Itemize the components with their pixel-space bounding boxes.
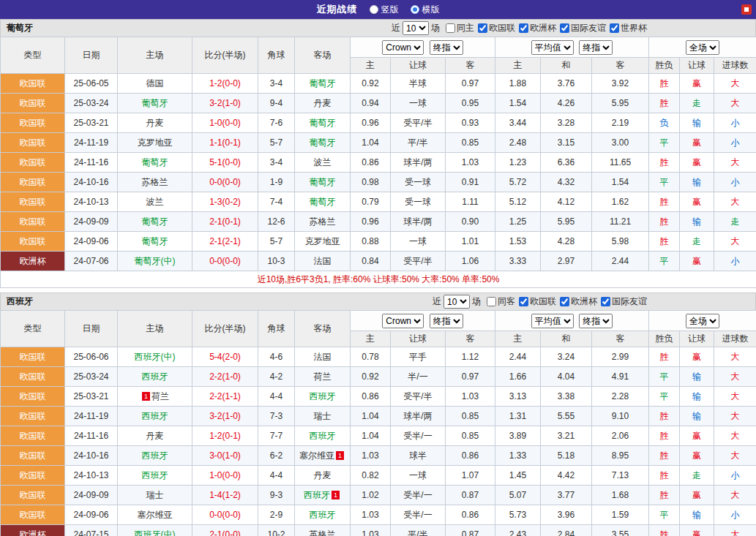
away-team[interactable]: 葡萄牙 <box>295 113 351 133</box>
away-team[interactable]: 葡萄牙 <box>295 74 351 94</box>
match-score[interactable]: 1-2(0-1) <box>192 426 258 446</box>
home-team[interactable]: 塞尔维亚 <box>118 505 192 525</box>
home-team[interactable]: 葡萄牙 <box>118 212 192 232</box>
away-team[interactable]: 荷兰 <box>295 367 351 387</box>
match-score[interactable]: 1-1(0-1) <box>192 133 258 153</box>
match-score[interactable]: 2-2(1-1) <box>192 387 258 407</box>
filter-checkbox[interactable] <box>601 297 610 306</box>
home-team[interactable]: 葡萄牙(中) <box>118 252 192 271</box>
layout-vertical-radio[interactable]: 竖版 <box>370 4 399 16</box>
home-team[interactable]: 葡萄牙 <box>118 94 192 113</box>
app-icon[interactable] <box>741 4 752 15</box>
away-team[interactable]: 英格兰 <box>295 525 351 536</box>
away-team[interactable]: 葡萄牙 <box>295 173 351 192</box>
home-team[interactable]: 瑞士 <box>118 486 192 505</box>
filter-世界杯[interactable]: 世界杯 <box>606 22 647 34</box>
filter-国际友谊[interactable]: 国际友谊 <box>597 295 647 308</box>
filter-checkbox[interactable] <box>487 297 496 306</box>
away-team[interactable]: 西班牙1 <box>295 486 351 505</box>
match-score[interactable]: 2-1(2-1) <box>192 232 258 252</box>
away-team[interactable]: 波兰 <box>295 153 351 173</box>
home-team[interactable]: 葡萄牙 <box>118 153 192 173</box>
match-score[interactable]: 3-2(1-0) <box>192 94 258 113</box>
home-team[interactable]: 1荷兰 <box>118 387 192 407</box>
filter-checkbox[interactable] <box>519 297 528 306</box>
away-team[interactable]: 克罗地亚 <box>295 232 351 252</box>
filter-国际友谊[interactable]: 国际友谊 <box>556 22 606 34</box>
home-team[interactable]: 西班牙(中) <box>118 347 192 367</box>
filter-同主[interactable]: 同主 <box>442 22 474 34</box>
home-team[interactable]: 丹麦 <box>118 426 192 446</box>
home-team[interactable]: 波兰 <box>118 192 192 212</box>
filter-checkbox[interactable] <box>610 23 619 33</box>
match-score[interactable]: 0-0(0-0) <box>192 252 258 271</box>
match-score[interactable]: 3-2(1-0) <box>192 407 258 426</box>
euro-stage-select[interactable]: 终指 <box>579 314 613 328</box>
filter-欧洲杯[interactable]: 欧洲杯 <box>515 22 556 34</box>
asian-odds: 0.86 <box>446 446 495 466</box>
away-team[interactable]: 葡萄牙 <box>295 133 351 153</box>
euro-odds-header: 平均值 终指 <box>495 311 649 331</box>
odds-stage-select[interactable]: 终指 <box>430 40 463 55</box>
away-team[interactable]: 葡萄牙 <box>295 192 351 212</box>
home-team[interactable]: 苏格兰 <box>118 173 192 192</box>
filter-欧国联[interactable]: 欧国联 <box>474 22 515 34</box>
match-score[interactable]: 1-4(1-2) <box>192 486 258 505</box>
filter-checkbox[interactable] <box>446 23 455 33</box>
match-score[interactable]: 2-1(0-1) <box>192 212 258 232</box>
filter-checkbox[interactable] <box>478 23 487 33</box>
away-team[interactable]: 瑞士 <box>295 407 351 426</box>
home-team[interactable]: 西班牙 <box>118 466 192 486</box>
scope-select[interactable]: 全场 <box>686 314 719 328</box>
match-score[interactable]: 5-4(2-0) <box>192 347 258 367</box>
away-team[interactable]: 丹麦 <box>295 94 351 113</box>
away-team[interactable]: 西班牙 <box>295 387 351 407</box>
away-team[interactable]: 西班牙 <box>295 426 351 446</box>
team-label: 波兰 <box>146 197 164 207</box>
match-score[interactable]: 0-0(0-0) <box>192 505 258 525</box>
home-team[interactable]: 葡萄牙 <box>118 232 192 252</box>
average-select[interactable]: 平均值 <box>531 314 574 328</box>
away-team[interactable]: 法国 <box>295 252 351 271</box>
away-team[interactable]: 塞尔维亚1 <box>295 446 351 466</box>
home-team[interactable]: 西班牙 <box>118 407 192 426</box>
home-team[interactable]: 西班牙(中) <box>118 525 192 536</box>
home-team[interactable]: 西班牙 <box>118 446 192 466</box>
competition-type: 欧国联 <box>1 387 65 407</box>
odds-company-select[interactable]: Crown <box>382 40 424 55</box>
filter-checkbox[interactable] <box>519 23 528 33</box>
filter-同客[interactable]: 同客 <box>483 295 515 308</box>
corner-score: 4-4 <box>258 466 295 486</box>
match-score[interactable]: 1-0(0-0) <box>192 113 258 133</box>
filter-欧洲杯[interactable]: 欧洲杯 <box>556 295 597 308</box>
odds-company-select[interactable]: Crown <box>382 314 424 328</box>
filter-checkbox[interactable] <box>560 23 569 33</box>
match-score[interactable]: 2-1(0-0) <box>192 525 258 536</box>
away-team[interactable]: 西班牙 <box>295 505 351 525</box>
home-team[interactable]: 克罗地亚 <box>118 133 192 153</box>
match-score[interactable]: 3-0(1-0) <box>192 446 258 466</box>
odds-stage-select[interactable]: 终指 <box>430 314 463 328</box>
section-portugal: 葡萄牙 近 10 场 同主欧国联欧洲杯国际友谊世界杯 类型 日期 主场 比分(半… <box>0 19 756 288</box>
away-team[interactable]: 法国 <box>295 347 351 367</box>
match-score[interactable]: 5-1(0-0) <box>192 153 258 173</box>
filter-欧国联[interactable]: 欧国联 <box>515 295 556 308</box>
home-team[interactable]: 西班牙 <box>118 367 192 387</box>
result: 胜 <box>649 407 680 426</box>
recent-count-select[interactable]: 10 <box>403 21 429 35</box>
away-team[interactable]: 苏格兰 <box>295 212 351 232</box>
home-team[interactable]: 德国 <box>118 74 192 94</box>
match-score[interactable]: 1-2(0-0) <box>192 74 258 94</box>
match-score[interactable]: 2-2(1-0) <box>192 367 258 387</box>
average-select[interactable]: 平均值 <box>531 40 574 55</box>
away-team[interactable]: 丹麦 <box>295 466 351 486</box>
match-score[interactable]: 1-3(0-2) <box>192 192 258 212</box>
layout-horizontal-radio[interactable]: 横版 <box>411 4 440 16</box>
match-score[interactable]: 1-0(0-0) <box>192 466 258 486</box>
home-team[interactable]: 丹麦 <box>118 113 192 133</box>
filter-checkbox[interactable] <box>560 297 569 306</box>
match-score[interactable]: 0-0(0-0) <box>192 173 258 192</box>
euro-stage-select[interactable]: 终指 <box>579 40 613 55</box>
recent-count-select[interactable]: 10 <box>444 295 470 309</box>
scope-select[interactable]: 全场 <box>686 40 719 55</box>
